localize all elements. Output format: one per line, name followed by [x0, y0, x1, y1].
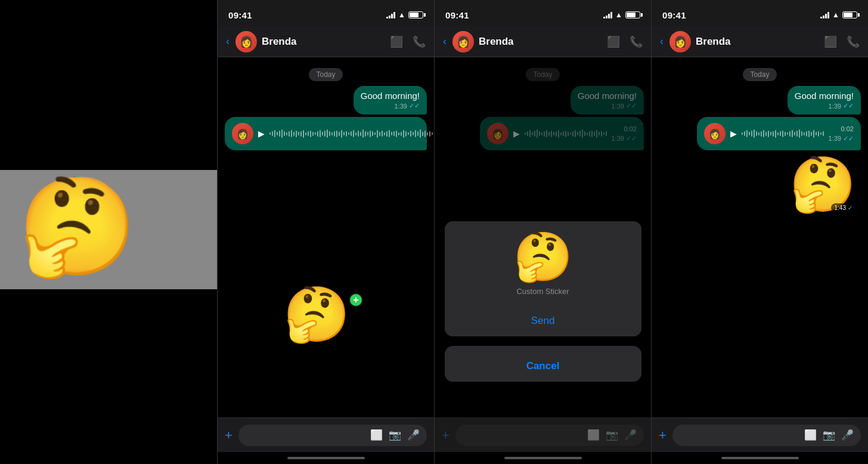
wave-dot: [806, 131, 807, 137]
wave-dot: [370, 131, 371, 137]
video-call-icon-4[interactable]: ⬛: [824, 35, 837, 48]
msg-text-greeting-4: Good morning!: [795, 91, 854, 101]
wave-dot: [372, 131, 373, 136]
wave-visualization-2: [269, 129, 434, 138]
wave-dot: [346, 131, 347, 137]
wave-dot: [820, 132, 822, 135]
action-sheet-sticker: 🤔: [513, 233, 573, 281]
battery-fill: [410, 13, 418, 17]
battery-fill-3: [627, 13, 636, 17]
wave-dot: [289, 131, 290, 137]
status-bar-4: 09:41 ▲: [652, 0, 868, 26]
home-indicator-2: [218, 452, 434, 464]
wave-dot: [341, 130, 342, 138]
wave-dot: [754, 129, 755, 138]
signal-bar-4: [610, 12, 612, 18]
wave-dot: [298, 132, 299, 135]
sticker-icon-4[interactable]: ⬜: [804, 429, 817, 441]
message-input-4[interactable]: ⬜ 📷 🎤: [672, 425, 861, 446]
date-badge-text-4: Today: [743, 68, 776, 81]
input-plus-icon-3: +: [442, 428, 450, 443]
camera-icon-2[interactable]: 📷: [389, 429, 401, 441]
signal-icon-4: [820, 11, 829, 18]
signal-bar-1: [820, 17, 822, 18]
wave-dot: [310, 131, 311, 137]
wave-dot: [300, 131, 302, 137]
video-call-icon-2[interactable]: ⬛: [390, 35, 403, 48]
wave-dot: [355, 132, 356, 135]
input-bar-4: + ⬜ 📷 🎤: [652, 417, 868, 452]
wave-dot: [405, 131, 407, 137]
send-sticker-button[interactable]: Send: [445, 305, 641, 336]
voice-call-icon-4[interactable]: 📞: [847, 35, 860, 48]
wave-dot: [823, 131, 824, 136]
wave-dot: [358, 131, 359, 137]
modal-overlay[interactable]: 🤔 Custom Sticker Send Cancel: [435, 57, 651, 417]
cancel-action-sheet: Cancel: [445, 346, 641, 382]
play-button-2[interactable]: ▶: [258, 129, 265, 138]
sticker-icon-2[interactable]: ⬜: [370, 429, 383, 441]
wave-dot: [389, 130, 390, 137]
contact-name-4[interactable]: Brenda: [696, 36, 819, 48]
wave-dot: [768, 131, 769, 137]
chat-header-3: ‹ 👩 Brenda ⬛ 📞: [435, 26, 651, 57]
home-bar-3: [504, 457, 582, 459]
wave-dot: [339, 132, 340, 136]
signal-icon: [386, 11, 395, 18]
voice-call-icon-2[interactable]: 📞: [413, 35, 426, 48]
home-bar-2: [287, 457, 365, 459]
mic-icon-2[interactable]: 🎤: [407, 429, 420, 441]
back-button-3[interactable]: ‹: [443, 35, 447, 48]
wave-dot: [360, 132, 361, 136]
back-button-4[interactable]: ‹: [660, 35, 664, 48]
voice-message-4: 👩 ▶: [697, 117, 861, 150]
sticker-time-badge: 1:43 ✓: [831, 203, 856, 212]
wave-dot: [274, 130, 275, 137]
signal-bar-3: [825, 14, 827, 18]
status-time-4: 09:41: [662, 10, 686, 20]
status-icons-4: ▲: [820, 11, 857, 19]
battery-icon-3: [625, 11, 640, 18]
contact-avatar-4[interactable]: 👩: [669, 31, 691, 52]
cancel-button[interactable]: Cancel: [445, 351, 641, 382]
input-action-icons-4: ⬜ 📷 🎤: [804, 429, 854, 441]
action-sheet-content: 🤔 Custom Sticker: [445, 221, 641, 305]
voice-call-icon-3[interactable]: 📞: [630, 35, 643, 48]
panel-chat-modal: 09:41 ▲ ‹ 👩 Brenda ⬛ 📞 Today: [434, 0, 651, 464]
wave-dot: [343, 132, 345, 135]
wave-dot: [782, 131, 783, 137]
play-button-4[interactable]: ▶: [730, 129, 737, 138]
input-plus-icon-2[interactable]: +: [225, 428, 232, 443]
msg-check-greeting-4: ✓✓: [843, 102, 854, 110]
wave-dot: [796, 131, 798, 137]
wave-dot: [308, 131, 309, 136]
msg-bubble-greeting-2: Good morning! 1:39 ✓✓: [354, 86, 427, 115]
wave-dot: [305, 132, 306, 135]
mic-icon-4[interactable]: 🎤: [841, 429, 854, 441]
wave-dot: [417, 131, 418, 136]
wave-dot: [291, 130, 292, 137]
input-action-icons-3: ⬜ 📷 🎤: [587, 429, 637, 441]
add-sticker-badge[interactable]: +: [349, 293, 363, 307]
wave-dot: [334, 131, 335, 137]
floating-sticker-2[interactable]: 🤔: [283, 283, 350, 346]
message-input-2[interactable]: ⬜ 📷 🎤: [238, 425, 427, 446]
wave-dot: [272, 131, 273, 136]
contact-avatar-2[interactable]: 👩: [235, 31, 257, 52]
back-button-2[interactable]: ‹: [226, 35, 230, 48]
camera-icon-4[interactable]: 📷: [823, 429, 835, 441]
contact-name-2[interactable]: Brenda: [262, 36, 385, 48]
contact-avatar-3[interactable]: 👩: [452, 31, 474, 52]
wave-dot: [398, 132, 399, 135]
input-plus-icon-4[interactable]: +: [659, 428, 666, 443]
wave-dot: [410, 131, 411, 137]
voice-duration-4: 0:02: [841, 125, 854, 132]
contact-name-3[interactable]: Brenda: [479, 36, 602, 48]
video-call-icon-3[interactable]: ⬛: [607, 35, 620, 48]
wave-dot: [794, 132, 795, 135]
chat-header-4: ‹ 👩 Brenda ⬛ 📞: [652, 26, 868, 57]
msg-check-greeting-2: ✓✓: [409, 102, 420, 110]
wave-dot: [293, 132, 294, 136]
chat-area-3: Today Good morning! 1:39 ✓✓ 👩 ▶: [435, 57, 651, 417]
home-indicator-3: [435, 452, 651, 464]
